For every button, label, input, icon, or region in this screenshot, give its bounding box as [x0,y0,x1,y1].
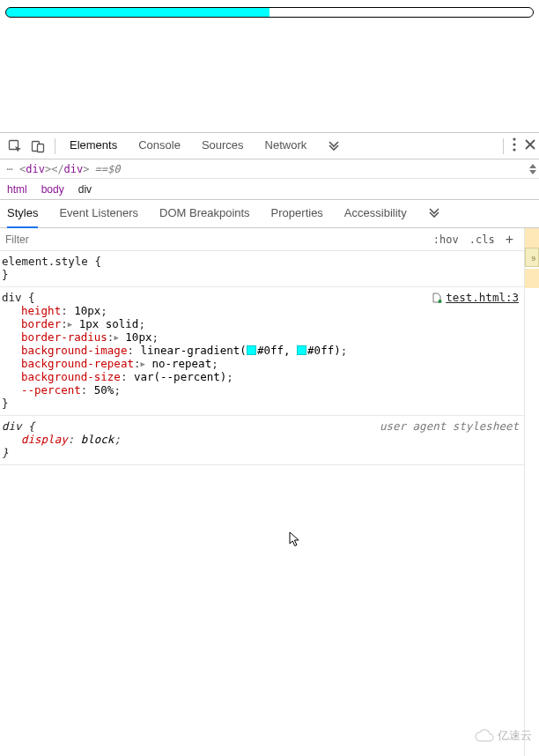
subtab-styles[interactable]: Styles [7,206,38,221]
subtabs-overflow-icon[interactable] [428,205,440,222]
toolbar-separator [503,138,504,154]
rule-div[interactable]: test.html:3 div { height: 10px;border:▶ … [0,287,524,416]
rule-source-link[interactable]: test.html:3 [432,291,519,304]
css-declaration[interactable]: height: 10px; [2,304,519,317]
inspect-icon[interactable] [4,135,26,158]
gutter-content-box: 9 [525,248,539,267]
device-icon[interactable] [26,135,49,158]
devtools-tabs: Elements Console Sources Network [70,138,340,153]
breadcrumb-div[interactable]: div [78,183,92,196]
styles-filter-row: :hov .cls + [0,228,524,251]
watermark: 亿速云 [475,728,532,744]
subtab-event-listeners[interactable]: Event Listeners [59,206,138,221]
new-rule-button[interactable]: + [500,232,519,248]
svg-point-3 [513,137,515,140]
devtools-panel: Elements Console Sources Network ⋯ <div>… [0,132,539,756]
kebab-icon[interactable] [513,137,516,154]
svg-rect-2 [38,144,44,152]
tab-sources[interactable]: Sources [202,138,244,153]
css-declaration[interactable]: background-repeat:▶ no-repeat; [2,357,519,370]
page-preview [0,0,539,132]
breadcrumb: html body div [0,179,539,200]
dom-selected-line[interactable]: ⋯ <div></div> == $0 [0,159,539,179]
devtools-toolbar: Elements Console Sources Network [0,133,539,159]
styles-gutter: 9 [525,228,539,756]
css-declaration[interactable]: --percent: 50%; [2,383,519,397]
rule-inline-style[interactable]: element.style { } [0,251,524,287]
dom-selected-var: $0 [107,163,120,175]
tab-elements[interactable]: Elements [70,138,117,153]
tab-network[interactable]: Network [265,138,307,153]
rule-user-agent: user agent stylesheet div { display: blo… [0,416,524,465]
subtab-properties[interactable]: Properties [271,206,323,221]
svg-point-4 [513,143,515,145]
css-declaration[interactable]: border-radius:▶ 10px; [2,330,519,344]
svg-point-6 [439,300,442,303]
hov-toggle[interactable]: :hov [428,233,464,246]
progress-bar [5,7,534,18]
close-icon[interactable] [525,139,535,152]
subtab-dom-breakpoints[interactable]: DOM Breakpoints [159,206,250,221]
dom-scroll-handle[interactable] [527,161,539,176]
breadcrumb-html[interactable]: html [7,183,27,196]
subtab-accessibility[interactable]: Accessibility [344,206,407,221]
css-declaration[interactable]: border:▶ 1px solid; [2,317,519,330]
styles-subtabs: Styles Event Listeners DOM Breakpoints P… [0,200,539,228]
dom-ellipsis-icon[interactable]: ⋯ [0,163,19,175]
cls-toggle[interactable]: .cls [464,233,500,246]
ua-stylesheet-label: user agent stylesheet [380,419,519,433]
svg-point-5 [513,148,515,151]
styles-filter-input[interactable] [0,233,428,246]
tab-console[interactable]: Console [138,138,181,153]
toolbar-separator [55,138,55,154]
css-declaration[interactable]: background-image: linear-gradient(#0ff, … [2,344,519,357]
css-declaration[interactable]: background-size: var(--percent); [2,370,519,383]
gutter-margin-box [525,228,539,248]
gutter-margin-box [525,269,539,288]
tabs-overflow-icon[interactable] [328,138,340,153]
styles-list: element.style { } test.html:3 div { heig… [0,251,524,756]
breadcrumb-body[interactable]: body [41,183,64,196]
